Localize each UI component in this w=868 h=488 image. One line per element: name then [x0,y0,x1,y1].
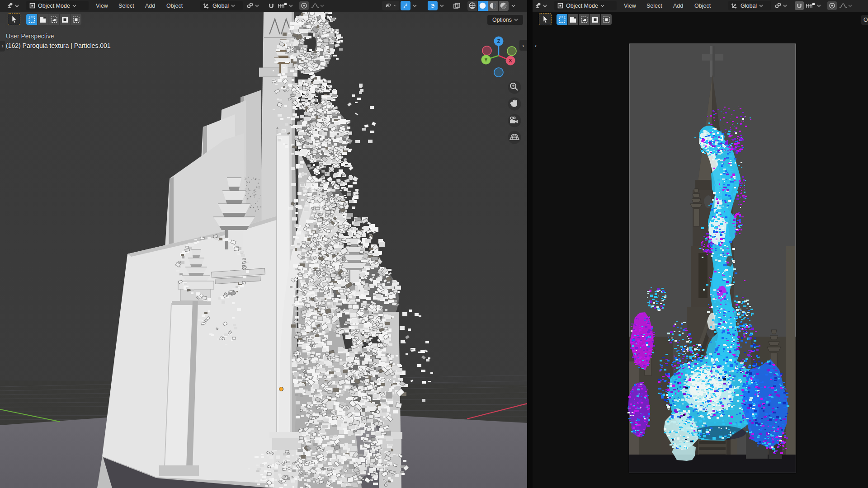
svg-text:X: X [509,58,512,63]
svg-text:Z: Z [497,38,500,44]
svg-text:Y: Y [484,57,488,62]
